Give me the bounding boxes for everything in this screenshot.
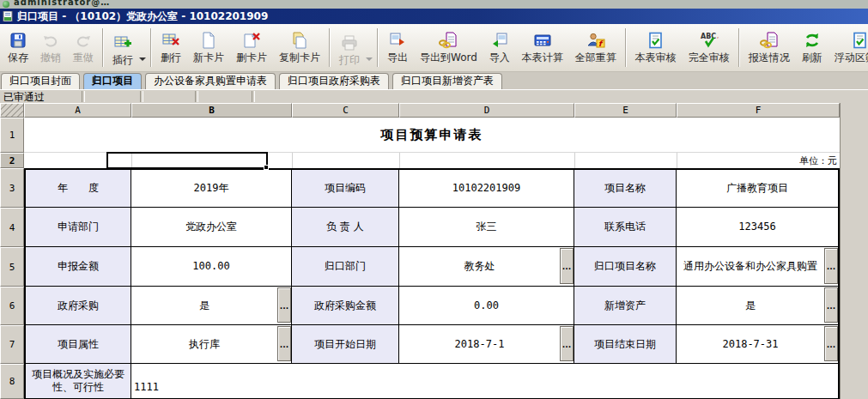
- status-separator: [252, 91, 255, 102]
- row-header-5[interactable]: 5: [0, 247, 24, 287]
- gov-procurement-amount-value[interactable]: 0.00: [399, 287, 574, 325]
- row-header-3[interactable]: 3: [0, 168, 24, 208]
- ellipsis-button[interactable]: …: [560, 326, 574, 361]
- print-icon: [341, 32, 358, 54]
- select-all-corner[interactable]: [0, 103, 24, 118]
- export-word-icon: [439, 29, 458, 51]
- column-header-e[interactable]: E: [574, 103, 677, 118]
- manage-project-name-value[interactable]: 通用办公设备和办公家具购置…: [677, 247, 838, 287]
- refresh-icon: [804, 29, 821, 51]
- tab-project-main[interactable]: 归口项目: [83, 73, 142, 89]
- delete-card-button[interactable]: 删卡片: [230, 25, 273, 70]
- gov-procurement-value[interactable]: 是…: [131, 287, 292, 325]
- start-date-label[interactable]: 项目开始日期: [292, 325, 399, 364]
- gov-procurement-label[interactable]: 政府采购: [26, 287, 131, 325]
- export-button[interactable]: 导出: [381, 25, 414, 70]
- row-header-7[interactable]: 7: [0, 325, 24, 364]
- manage-dept-label[interactable]: 归口部门: [292, 247, 399, 287]
- project-attribute-value[interactable]: 执行库…: [131, 325, 292, 364]
- statusbar: 已审通过: [0, 89, 868, 103]
- apply-dept-label[interactable]: 申请部门: [26, 208, 131, 247]
- declared-amount-value[interactable]: 100.00: [131, 247, 292, 287]
- redo-icon: [75, 29, 92, 51]
- full-audit-button[interactable]: ABC, 完全审核: [683, 25, 736, 70]
- export-word-button[interactable]: 导出到Word: [414, 25, 483, 70]
- ellipsis-button[interactable]: …: [824, 326, 838, 361]
- recalc-all-button[interactable]: f 全部重算: [569, 25, 622, 70]
- project-name-value[interactable]: 广播教育项目: [677, 170, 838, 208]
- tab-project-cover[interactable]: 归口项目封面: [1, 73, 80, 89]
- insert-row-dropdown-arrow[interactable]: [139, 57, 146, 61]
- undo-button[interactable]: 撤销: [34, 25, 67, 70]
- column-header-f[interactable]: F: [677, 103, 840, 118]
- tab-office-equipment[interactable]: 办公设备家具购置申请表: [145, 73, 276, 89]
- import-button[interactable]: 导入: [483, 25, 516, 70]
- insert-row-button[interactable]: 插行: [106, 27, 139, 69]
- year-value[interactable]: 2019年: [131, 170, 292, 208]
- gridline: [677, 153, 677, 168]
- copy-card-button[interactable]: 复制卡片: [273, 25, 326, 70]
- status-separator: [140, 91, 143, 102]
- ellipsis-button[interactable]: …: [560, 248, 574, 284]
- status-separator: [82, 91, 85, 102]
- undo-icon: [42, 29, 59, 51]
- end-date-value[interactable]: 2018-7-31…: [677, 325, 838, 364]
- gridline: [292, 153, 293, 168]
- ellipsis-button[interactable]: …: [824, 248, 838, 284]
- person-label[interactable]: 负 责 人: [292, 208, 399, 247]
- print-button[interactable]: 打印: [333, 27, 366, 69]
- ellipsis-button[interactable]: …: [277, 326, 291, 361]
- project-overview-label[interactable]: 项目概况及实施必要性、可行性: [26, 364, 131, 399]
- insert-row-icon: [113, 32, 132, 54]
- delete-row-button[interactable]: 删行: [155, 25, 187, 70]
- float-filter-button[interactable]: 浮动区筛选: [829, 25, 868, 70]
- column-header-d[interactable]: D: [399, 103, 574, 118]
- phone-label[interactable]: 联系电话: [574, 208, 677, 247]
- end-date-label[interactable]: 项目结束日期: [574, 325, 677, 364]
- report-status-button[interactable]: 报送情况: [743, 25, 796, 70]
- row-header-6[interactable]: 6: [0, 287, 24, 325]
- ellipsis-button[interactable]: …: [824, 287, 838, 323]
- manage-project-name-label[interactable]: 归口项目名称: [574, 247, 677, 287]
- row-header-2[interactable]: 2: [0, 153, 24, 168]
- declared-amount-label[interactable]: 申报金额: [26, 247, 131, 287]
- row-header-1[interactable]: 1: [0, 118, 24, 153]
- save-button[interactable]: 保存: [2, 25, 34, 70]
- project-attribute-label[interactable]: 项目属性: [26, 325, 131, 364]
- refresh-button[interactable]: 刷新: [796, 25, 829, 70]
- row-header-4[interactable]: 4: [0, 208, 24, 247]
- project-code-value[interactable]: 10102201909: [399, 170, 574, 208]
- start-date-value[interactable]: 2018-7-1…: [399, 325, 574, 364]
- new-asset-value[interactable]: 是…: [677, 287, 838, 325]
- apply-dept-value[interactable]: 党政办公室: [131, 208, 292, 247]
- new-card-button[interactable]: 新卡片: [187, 25, 230, 70]
- phone-value[interactable]: 123456: [677, 208, 838, 247]
- toolbar-separator: [738, 28, 740, 67]
- manage-dept-value[interactable]: 教务处…: [399, 247, 574, 287]
- new-asset-label[interactable]: 新增资产: [574, 287, 677, 325]
- gridline: [399, 153, 400, 168]
- column-header-b[interactable]: B: [131, 103, 292, 118]
- gov-procurement-amount-label[interactable]: 政府采购金额: [292, 287, 399, 325]
- project-overview-value[interactable]: 1111: [131, 364, 838, 399]
- tab-new-assets[interactable]: 归口项目新增资产表: [392, 73, 502, 89]
- background-window-strip: administrator@…: [0, 0, 868, 9]
- year-label[interactable]: 年 度: [26, 170, 131, 208]
- project-name-label[interactable]: 项目名称: [574, 170, 677, 208]
- column-header-c[interactable]: C: [292, 103, 399, 118]
- column-header-a[interactable]: A: [24, 103, 131, 118]
- form-title[interactable]: 项目预算申请表: [24, 118, 840, 153]
- fill-handle[interactable]: [264, 165, 269, 170]
- sheet-audit-button[interactable]: 本表审核: [629, 25, 683, 70]
- person-value[interactable]: 张三: [399, 208, 574, 247]
- project-code-label[interactable]: 项目编码: [292, 170, 399, 208]
- toolbar-separator: [102, 28, 104, 67]
- sheet-calc-icon: [533, 29, 552, 51]
- tab-gov-procurement[interactable]: 归口项目政府采购表: [279, 73, 389, 89]
- print-dropdown-arrow[interactable]: [366, 57, 373, 61]
- sheet-calc-button[interactable]: 本表计算: [516, 25, 569, 70]
- ellipsis-button[interactable]: …: [277, 287, 291, 323]
- window-titlebar: 归口项目 - （10102）党政办公室 - 10102201909: [0, 9, 868, 24]
- row-header-8[interactable]: 8: [0, 364, 24, 399]
- redo-button[interactable]: 重做: [67, 25, 100, 70]
